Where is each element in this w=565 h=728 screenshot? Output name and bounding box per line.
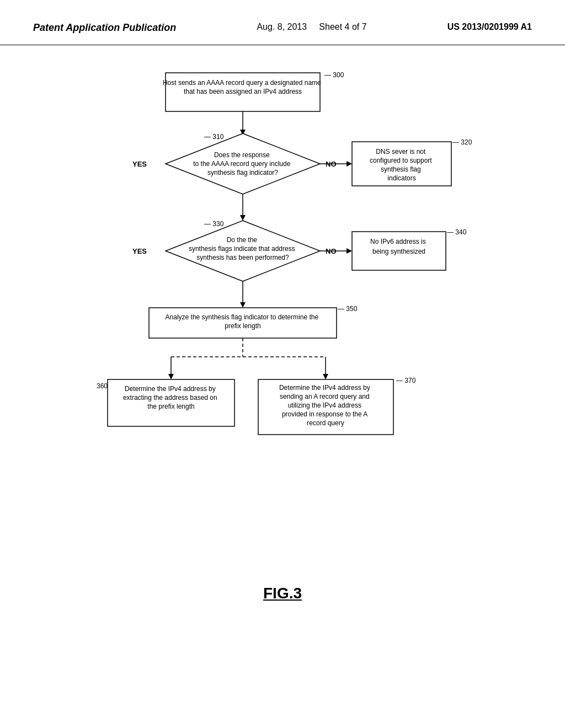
date-label: Aug. 8, 2013 [257,22,307,31]
arrowhead-split-360 [168,374,174,379]
arrowhead-310-330 [240,215,246,221]
sheet-label: Sheet 4 of 7 [319,22,366,31]
arrowhead-330-350 [240,302,246,308]
yes-330-label: YES [132,247,147,255]
arrowhead-310-320 [347,161,352,167]
node-320-label: — 320 [452,138,472,146]
patent-number-label: US 2013/0201999 A1 [447,22,532,32]
diagram-area: Host sends an AAAA record query a design… [0,45,565,652]
flowchart-svg: Host sends an AAAA record query a design… [0,45,565,652]
page-header: Patent Application Publication Aug. 8, 2… [0,0,565,45]
publication-label: Patent Application Publication [33,22,176,34]
arrowhead-330-340 [347,248,352,254]
node-340-label: — 340 [447,228,467,236]
yes-310-label: YES [132,160,147,168]
node-370-label: — 370 [396,377,416,384]
arrowhead-split-370 [323,374,328,379]
node-300-label: — 300 [324,71,344,79]
node-350-label: — 350 [338,305,358,313]
figure-label: FIG.3 [263,585,302,602]
date-sheet-label: Aug. 8, 2013 Sheet 4 of 7 [257,22,366,32]
node-310-label: — 310 [204,133,224,141]
node-330-label: — 330 [204,220,224,228]
